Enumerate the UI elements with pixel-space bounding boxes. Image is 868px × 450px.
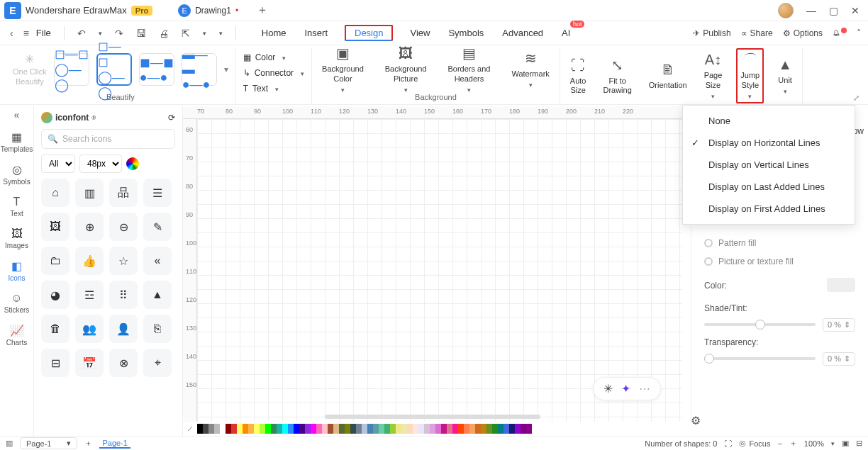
watermark-button[interactable]: ≋Watermark▾ bbox=[508, 50, 552, 89]
color-chip[interactable] bbox=[521, 424, 526, 434]
sidebar-item-images[interactable]: 🖼Images bbox=[0, 225, 33, 252]
tab-design[interactable]: Design bbox=[345, 25, 393, 41]
color-chip[interactable] bbox=[390, 424, 396, 434]
tab-advanced[interactable]: Advanced bbox=[501, 25, 545, 41]
ai-magic-button[interactable]: ✳ bbox=[603, 382, 613, 395]
color-chip[interactable] bbox=[384, 424, 390, 434]
export-dropdown[interactable]: ▾ bbox=[200, 30, 209, 37]
icon-item[interactable]: ⠿ bbox=[109, 281, 138, 309]
icon-item[interactable]: ☲ bbox=[75, 281, 104, 309]
canvas[interactable]: 7080901001101201301401501601701801902002… bbox=[183, 106, 682, 422]
color-chip[interactable] bbox=[328, 424, 333, 434]
focus-mode-button[interactable]: ◎ Focus bbox=[739, 439, 770, 448]
unit-button[interactable]: ▲Unit▾ bbox=[775, 56, 795, 96]
color-chip[interactable] bbox=[452, 424, 458, 434]
color-chip[interactable] bbox=[333, 424, 339, 434]
document-tab[interactable]: E Drawing1 • bbox=[169, 1, 247, 20]
color-chip[interactable] bbox=[435, 424, 441, 434]
color-chip[interactable] bbox=[509, 424, 515, 434]
tab-view[interactable]: View bbox=[408, 25, 431, 41]
color-chip[interactable] bbox=[288, 424, 294, 434]
page-size-button[interactable]: A↕Page Size▾ bbox=[701, 51, 725, 100]
eyedropper-button[interactable]: ⟋ bbox=[186, 424, 194, 434]
icon-item[interactable]: ◕ bbox=[41, 281, 69, 309]
icon-item[interactable]: ⊖ bbox=[109, 213, 138, 241]
color-chip[interactable] bbox=[350, 424, 356, 434]
canvas-grid[interactable] bbox=[197, 119, 682, 422]
icon-item[interactable]: 👥 bbox=[75, 315, 104, 343]
color-chip[interactable] bbox=[203, 424, 208, 434]
color-chip[interactable] bbox=[481, 424, 486, 434]
icon-item[interactable]: « bbox=[143, 247, 172, 275]
icon-item[interactable]: ▲ bbox=[143, 281, 172, 309]
theme-style-1[interactable]: ◻—◻◯—◯ bbox=[54, 53, 89, 86]
color-chip[interactable] bbox=[379, 424, 384, 434]
jump-option-none[interactable]: None bbox=[683, 110, 855, 132]
user-avatar[interactable] bbox=[778, 3, 794, 18]
color-chip[interactable] bbox=[271, 424, 277, 434]
page-selector[interactable]: Page-1▾ bbox=[20, 437, 77, 449]
color-swatch-button[interactable] bbox=[827, 278, 855, 292]
sidebar-item-templates[interactable]: ▦Templates bbox=[0, 128, 33, 156]
more-qat-dropdown[interactable]: ▾ bbox=[216, 30, 226, 37]
jump-option-horizontal[interactable]: Display on Horizontal Lines bbox=[683, 132, 855, 154]
color-chip[interactable] bbox=[430, 424, 435, 434]
color-chip[interactable] bbox=[265, 424, 271, 434]
ai-sparkle-button[interactable]: ✦ bbox=[621, 382, 630, 395]
zoom-in-button[interactable]: ＋ bbox=[789, 438, 797, 449]
horizontal-scrollbar[interactable] bbox=[325, 415, 540, 419]
icon-item[interactable]: 品 bbox=[109, 179, 138, 207]
add-page-button[interactable]: ＋ bbox=[84, 438, 92, 449]
color-chip[interactable] bbox=[305, 424, 311, 434]
color-chip[interactable] bbox=[237, 424, 243, 434]
icon-category-select[interactable]: All bbox=[41, 154, 75, 173]
sidebar-item-symbols[interactable]: ◎Symbols bbox=[0, 160, 33, 189]
color-chip[interactable] bbox=[503, 424, 509, 434]
ribbon-expand-icon[interactable]: ⤢ bbox=[850, 92, 862, 104]
icon-item[interactable]: ⎘ bbox=[143, 315, 172, 343]
tab-insert[interactable]: Insert bbox=[303, 25, 329, 41]
icon-item[interactable]: 🗑 bbox=[41, 315, 69, 343]
orientation-button[interactable]: 🗎Orientation bbox=[646, 61, 690, 90]
back-button[interactable]: ‹ bbox=[7, 28, 16, 39]
theme-style-2[interactable]: ◻—◻◯—◯ bbox=[96, 53, 132, 86]
fit-page-button[interactable]: ▣ bbox=[842, 439, 849, 448]
background-picture-button[interactable]: 🖼Background Picture▾ bbox=[382, 45, 430, 94]
icon-item[interactable]: ☰ bbox=[143, 179, 172, 207]
color-wheel-button[interactable] bbox=[126, 157, 139, 170]
color-chip[interactable] bbox=[254, 424, 260, 434]
tab-symbols[interactable]: Symbols bbox=[447, 25, 485, 41]
theme-text-dropdown[interactable]: T Text bbox=[243, 82, 304, 95]
borders-headers-button[interactable]: ▤Borders and Headers▾ bbox=[445, 45, 494, 94]
fit-to-drawing-button[interactable]: ⤡Fit to Drawing bbox=[600, 57, 634, 95]
color-chip[interactable] bbox=[515, 424, 521, 434]
icon-item[interactable]: ⊟ bbox=[41, 349, 69, 377]
color-chip[interactable] bbox=[316, 424, 322, 434]
icon-item[interactable]: ⊕ bbox=[75, 213, 104, 241]
icon-size-select[interactable]: 48px bbox=[79, 154, 122, 173]
color-chip[interactable] bbox=[464, 424, 469, 434]
color-chip[interactable] bbox=[407, 424, 413, 434]
file-menu[interactable]: File bbox=[36, 28, 51, 38]
color-chip[interactable] bbox=[447, 424, 452, 434]
texture-fill-radio[interactable]: Picture or texture fill bbox=[704, 257, 855, 266]
color-chip[interactable] bbox=[220, 424, 226, 434]
color-chip[interactable] bbox=[311, 424, 316, 434]
icon-item[interactable]: ⌂ bbox=[41, 179, 69, 207]
collapse-ribbon-button[interactable]: ˄ bbox=[857, 28, 861, 38]
icon-item[interactable]: 👍 bbox=[75, 247, 104, 275]
close-button[interactable]: ✕ bbox=[851, 5, 859, 16]
one-click-beautify-button[interactable]: ✳ One Click Beautify bbox=[13, 52, 47, 86]
color-chip[interactable] bbox=[441, 424, 447, 434]
redo-button[interactable]: ↷ bbox=[112, 28, 126, 39]
jump-option-first[interactable]: Display on First Added Lines bbox=[683, 198, 855, 220]
color-chip[interactable] bbox=[243, 424, 248, 434]
icon-item[interactable]: 📅 bbox=[75, 349, 104, 377]
export-button[interactable]: ⇱ bbox=[179, 28, 193, 39]
color-chip[interactable] bbox=[424, 424, 430, 434]
new-tab-button[interactable]: ＋ bbox=[257, 3, 268, 18]
icon-item[interactable]: ▥ bbox=[75, 179, 104, 207]
icon-item[interactable]: 🗀 bbox=[41, 247, 69, 275]
refresh-icons-button[interactable]: ⟳ bbox=[168, 113, 175, 123]
icon-item[interactable]: 🖼 bbox=[41, 213, 69, 241]
